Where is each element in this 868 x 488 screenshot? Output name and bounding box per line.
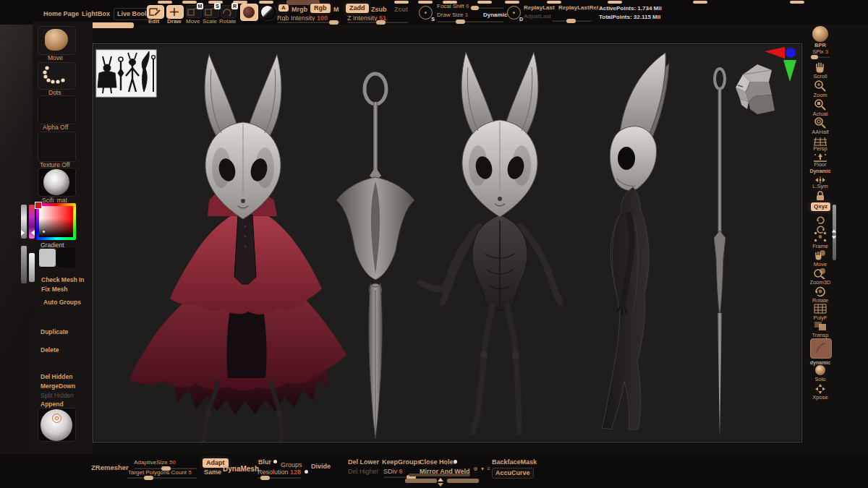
del-lower-button[interactable]: Del Lower [348, 459, 379, 466]
scale-button[interactable]: S [203, 5, 219, 18]
zadd-button[interactable]: Zadd [346, 4, 369, 13]
spix-handle[interactable] [811, 55, 818, 59]
focal-shift-handle[interactable] [471, 6, 479, 10]
spix-slider[interactable] [810, 56, 830, 58]
adaptive-size-control[interactable]: AdaptiveSize 50 [134, 460, 176, 466]
menu-dash[interactable] [693, 1, 707, 4]
sdiv-control[interactable]: SDiv 6 [383, 468, 403, 475]
groups-toggle[interactable]: Groups [281, 462, 302, 468]
zsub-button[interactable]: Zsub [371, 7, 387, 13]
color-a-chip[interactable]: A [278, 4, 289, 12]
dynamesh-button[interactable]: DynaMesh [223, 466, 259, 473]
alpha-thumbnail[interactable] [38, 95, 76, 124]
tray-resize-handle[interactable] [447, 479, 479, 483]
keep-groups-toggle[interactable]: KeepGroups [382, 459, 421, 466]
divide-button[interactable]: Divide [311, 463, 331, 470]
close-holes-button[interactable]: Close Holes [420, 459, 457, 466]
move-button[interactable]: M [186, 5, 202, 18]
replay-last-button[interactable]: ReplayLast [524, 5, 555, 11]
menu-dash[interactable] [505, 1, 519, 4]
texture-thumbnail[interactable] [38, 132, 76, 162]
bpr-button[interactable] [811, 26, 830, 42]
duplicate-button[interactable]: Duplicate [41, 329, 68, 335]
rgb-button[interactable]: Rgb [310, 4, 331, 13]
current-brush-button[interactable] [240, 4, 258, 21]
spix-control[interactable]: SPix 3 [804, 49, 836, 55]
tray-expand-arrow[interactable] [438, 478, 443, 481]
merge-down-button[interactable]: MergeDown [41, 383, 75, 390]
qxyz-button[interactable]: Qxyz [811, 202, 830, 211]
delete-button[interactable]: Delete [41, 347, 59, 354]
tray-collapse-arrow[interactable] [438, 483, 443, 487]
adjust-last-button[interactable]: AdjustLast [524, 14, 550, 20]
draw-size-slider[interactable] [437, 20, 504, 22]
resolution-handle[interactable] [260, 476, 270, 480]
slider-arrow[interactable] [31, 230, 35, 236]
append-mesh-thumbnail[interactable]: O [38, 408, 76, 442]
lightbox-button[interactable]: LightBox [82, 11, 110, 17]
auto-groups-button[interactable]: Auto Groups [43, 299, 81, 306]
menu-dash[interactable] [477, 1, 492, 4]
backface-mask-toggle[interactable]: BackfaceMask [492, 459, 537, 466]
fix-mesh-button[interactable]: Fix Mesh [41, 286, 67, 293]
slider-arrow[interactable] [21, 230, 25, 236]
menu-dash[interactable] [418, 1, 433, 4]
dynamic-toggle[interactable]: Dynamic [483, 12, 507, 18]
target-polygons-handle[interactable] [144, 476, 153, 480]
material-thumbnail[interactable] [38, 168, 76, 197]
solo-button[interactable] [811, 365, 830, 375]
axis-mini-icons[interactable]: ⊕ ▾ ≡ [473, 466, 491, 472]
replay-last-rel-slider[interactable] [552, 20, 592, 22]
menu-dash[interactable] [158, 1, 172, 4]
sv-picker-square[interactable] [39, 206, 73, 237]
scrollbar-arrow-down[interactable] [832, 236, 836, 239]
rotate-button[interactable]: R [221, 5, 237, 18]
menu-dash[interactable] [394, 1, 409, 4]
zremesher-section-label[interactable]: ZRemesher [91, 464, 129, 471]
check-mesh-in-button[interactable]: Check Mesh In [41, 277, 85, 283]
scrollbar-arrow-up[interactable] [832, 230, 836, 233]
z-intensity-slider[interactable] [347, 21, 409, 23]
menu-dash[interactable] [608, 1, 622, 4]
gradient-swatch-dark[interactable] [57, 248, 75, 267]
gradient-slider-1[interactable] [21, 246, 27, 283]
color-picker-frame[interactable] [36, 203, 76, 240]
menu-dash[interactable] [547, 1, 561, 4]
focal-shift-slider[interactable] [469, 7, 504, 9]
tray-resize-handle[interactable] [405, 479, 437, 483]
append-button[interactable]: Append [41, 401, 64, 408]
target-polygons-slider[interactable] [127, 476, 197, 479]
draw-button[interactable] [166, 5, 184, 19]
edit-button[interactable] [147, 5, 164, 19]
menu-dash[interactable] [790, 1, 804, 4]
resolution-control[interactable]: Resolution 128 [258, 469, 301, 476]
dynamic-persp-label[interactable]: Dynamic [804, 168, 836, 174]
tray-divider-bar[interactable] [409, 474, 470, 476]
m-button[interactable]: M [333, 7, 339, 13]
del-higher-button[interactable]: Del Higher [348, 468, 379, 475]
replay-gizmo-d[interactable]: D [507, 6, 521, 20]
accucurve-button[interactable]: AccuCurve [492, 468, 534, 479]
sculpt-canvas[interactable] [93, 43, 802, 442]
current-material-button[interactable] [259, 4, 277, 21]
stroke-thumbnail[interactable] [38, 62, 76, 90]
mrgb-button[interactable]: Mrgb [292, 7, 307, 13]
brush-thumbnail[interactable] [38, 26, 76, 55]
menu-dash[interactable] [182, 1, 197, 4]
resolution-modifier-dot[interactable] [305, 470, 308, 474]
blur-modifier-dot[interactable] [273, 460, 277, 463]
rgb-intensity-handle[interactable] [329, 20, 339, 25]
zcut-button[interactable]: Zcut [394, 7, 408, 13]
split-hidden-button[interactable]: Split Hidden [41, 393, 74, 399]
draw-size-handle[interactable] [456, 20, 465, 24]
close-holes-modifier-dot[interactable] [454, 460, 457, 463]
replay-last-rel-button[interactable]: ReplayLastRel [558, 5, 598, 11]
z-intensity-handle[interactable] [376, 20, 386, 25]
gradient-slider-2[interactable] [29, 253, 35, 282]
target-polygons-control[interactable]: Target Polygons Count 5 [128, 470, 192, 476]
blur-control[interactable]: Blur [258, 459, 271, 466]
replay-last-rel-handle[interactable] [566, 19, 576, 23]
rgb-intensity-slider[interactable] [277, 21, 340, 23]
resolution-slider[interactable] [258, 476, 301, 479]
canvas-scrollbar-right[interactable] [833, 205, 836, 260]
